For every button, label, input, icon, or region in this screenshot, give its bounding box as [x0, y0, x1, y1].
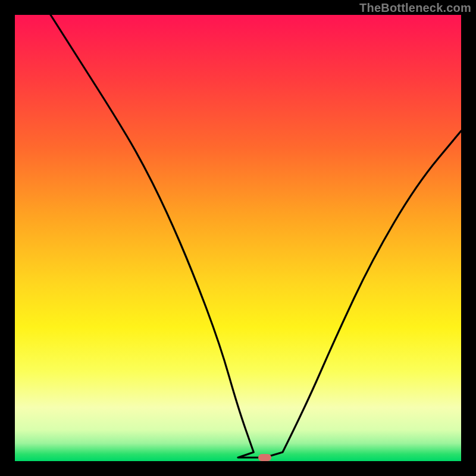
optimal-point-marker	[258, 454, 271, 461]
plot-area	[15, 15, 461, 461]
watermark-text: TheBottleneck.com	[359, 1, 471, 15]
chart-frame: TheBottleneck.com	[0, 0, 476, 476]
bottleneck-curve	[15, 15, 461, 461]
